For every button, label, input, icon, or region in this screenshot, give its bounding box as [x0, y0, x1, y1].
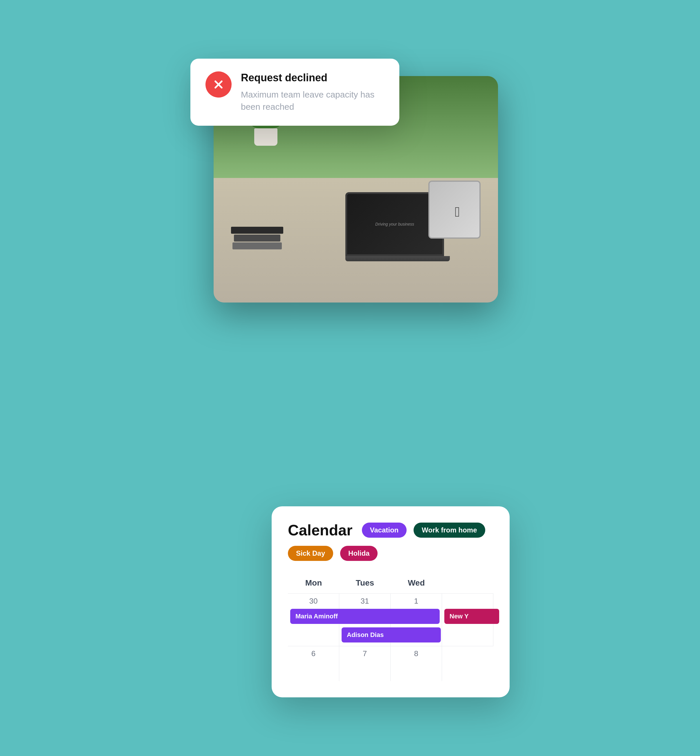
notification-icon [205, 71, 231, 97]
laptop-text: Driving your business [375, 222, 414, 227]
notification-subtitle: Maximum team leave capacity has been rea… [241, 89, 384, 113]
date-30: 30 [292, 596, 334, 606]
cell-extra2 [442, 646, 493, 681]
date-31: 31 [344, 596, 386, 606]
legend-wfh: Work from home [414, 523, 485, 538]
date-1: 1 [395, 596, 437, 606]
calendar-grid: Mon Tues Wed 30 31 1 Mar [288, 575, 493, 681]
legend-holiday: Holida [340, 546, 378, 561]
legend-vacation: Vacation [362, 523, 407, 538]
apple-logo:  [455, 204, 460, 220]
mac-desktop:  [428, 181, 486, 250]
cell-6: 6 [288, 646, 339, 681]
event-maria-aminoff: Maria Aminoff [290, 609, 440, 624]
calendar-header: Calendar Vacation Work from home Sick Da… [288, 521, 493, 561]
day-extra [442, 575, 493, 591]
notification-content: Request declined Maximum team leave capa… [241, 71, 384, 113]
cell-8: 8 [391, 646, 442, 681]
legend-sick: Sick Day [288, 546, 333, 561]
calendar-card: Calendar Vacation Work from home Sick Da… [272, 506, 509, 697]
notification-card: Request declined Maximum team leave capa… [191, 59, 399, 126]
date-7: 7 [344, 649, 386, 658]
calendar-title: Calendar [288, 521, 353, 539]
date-8: 8 [395, 649, 437, 658]
date-6: 6 [292, 649, 334, 658]
notification-title: Request declined [241, 71, 384, 84]
cell-7: 7 [339, 646, 391, 681]
day-wed: Wed [391, 575, 442, 591]
books [231, 227, 289, 250]
event-adison-dias: Adison Dias [342, 628, 441, 642]
week-row-1: 30 31 1 Maria Aminoff New Y Adison Dias [288, 593, 493, 646]
week-row-2: 6 7 8 [288, 646, 493, 681]
day-mon: Mon [288, 575, 339, 591]
day-tues: Tues [339, 575, 391, 591]
day-headers: Mon Tues Wed [288, 575, 493, 591]
event-new-year: New Y [444, 609, 499, 624]
